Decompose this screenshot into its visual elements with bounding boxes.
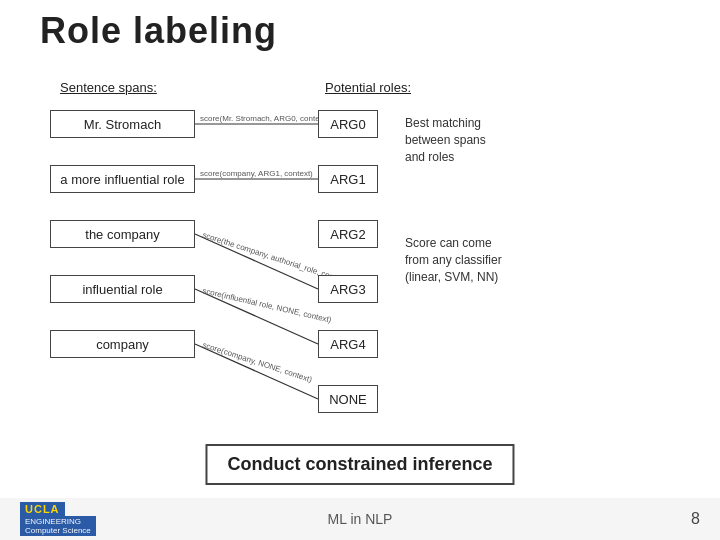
conduct-inference-button[interactable]: Conduct constrained inference [205,444,514,485]
footer-page: 8 [691,510,700,528]
ucla-logo: UCLA ENGINEERINGComputer Science [20,502,96,536]
ucla-logo-bottom: ENGINEERINGComputer Science [20,516,96,536]
svg-text:score(influential role, NONE, : score(influential role, NONE, context) [202,286,333,325]
span-influential-role2: influential role [50,275,195,303]
ucla-logo-top: UCLA [20,502,65,516]
svg-line-3 [195,289,318,344]
desc-best-match: Best matchingbetween spansand roles [405,115,565,165]
role-none: NONE [318,385,378,413]
slide-title: Role labeling [40,10,277,52]
role-arg2: ARG2 [318,220,378,248]
spans-label: Sentence spans: [60,80,157,95]
footer: UCLA ENGINEERINGComputer Science ML in N… [0,498,720,540]
span-company: company [50,330,195,358]
role-arg1: ARG1 [318,165,378,193]
span-influential-role: a more influential role [50,165,195,193]
svg-text:score(company, NONE, context): score(company, NONE, context) [201,340,313,384]
roles-label: Potential roles: [325,80,411,95]
svg-line-2 [195,234,318,289]
desc-score: Score can comefrom any classifier(linear… [405,235,575,285]
span-mr-stromach: Mr. Stromach [50,110,195,138]
svg-text:score(company, ARG1, context): score(company, ARG1, context) [200,169,313,178]
svg-text:score(Mr. Stromach, ARG0, cont: score(Mr. Stromach, ARG0, context) [200,114,329,123]
role-arg3: ARG3 [318,275,378,303]
role-arg0: ARG0 [318,110,378,138]
span-the-company: the company [50,220,195,248]
diagram-area: Sentence spans: Potential roles: score(M… [40,75,680,445]
svg-line-4 [195,344,318,399]
footer-title: ML in NLP [328,511,393,527]
role-arg4: ARG4 [318,330,378,358]
